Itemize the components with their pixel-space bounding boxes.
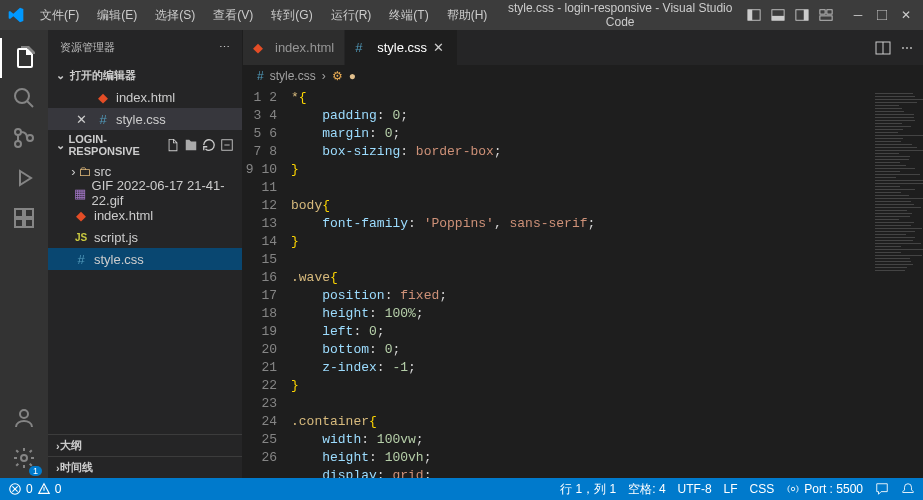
window-title: style.css - login-responsive - Visual St…	[495, 1, 745, 29]
extensions-icon[interactable]	[0, 198, 48, 238]
split-editor-icon[interactable]	[875, 40, 891, 56]
panel-bottom-icon[interactable]	[769, 6, 787, 24]
editor-tab[interactable]: ◆index.html	[243, 30, 345, 65]
new-folder-icon[interactable]	[184, 138, 198, 152]
close-icon[interactable]: ✕	[433, 40, 447, 55]
account-icon[interactable]	[0, 398, 48, 438]
menu-item[interactable]: 选择(S)	[147, 3, 203, 28]
project-section[interactable]: ⌄ LOGIN-RESPONSIVE	[48, 130, 242, 160]
file-icon: JS	[72, 232, 90, 243]
modified-indicator: ●	[349, 69, 356, 83]
svg-point-19	[20, 410, 28, 418]
open-editors-section[interactable]: ⌄ 打开的编辑器	[48, 65, 242, 86]
editor-tabs: ◆index.html#style.css✕ ⋯	[243, 30, 923, 65]
open-editor-item[interactable]: ✕#style.css	[48, 108, 242, 130]
menu-item[interactable]: 查看(V)	[205, 3, 261, 28]
editor-area: ◆index.html#style.css✕ ⋯ # style.css › ⚙…	[243, 30, 923, 478]
editor-tab[interactable]: #style.css✕	[345, 30, 458, 65]
debug-icon[interactable]	[0, 158, 48, 198]
menu-item[interactable]: 终端(T)	[381, 3, 436, 28]
indentation[interactable]: 空格: 4	[628, 481, 665, 498]
minimize-icon[interactable]: ─	[849, 6, 867, 24]
svg-point-29	[792, 487, 796, 491]
more-icon[interactable]: ⋯	[901, 41, 913, 55]
symbol-icon: ⚙	[332, 69, 343, 83]
file-tree-item[interactable]: #style.css	[48, 248, 242, 270]
menu-item[interactable]: 转到(G)	[263, 3, 320, 28]
svg-point-10	[15, 89, 29, 103]
file-icon: ▦	[72, 186, 88, 201]
search-icon[interactable]	[0, 78, 48, 118]
open-editors-label: 打开的编辑器	[70, 68, 136, 83]
svg-point-12	[15, 129, 21, 135]
minimap[interactable]	[868, 87, 923, 478]
menu-item[interactable]: 运行(R)	[323, 3, 380, 28]
project-label: LOGIN-RESPONSIVE	[68, 133, 166, 157]
errors-item[interactable]: 0 0	[8, 482, 61, 496]
file-icon: ◆	[72, 208, 90, 223]
outline-section[interactable]: › 大纲	[48, 434, 242, 456]
svg-point-20	[21, 455, 27, 461]
open-editor-item[interactable]: ◆index.html	[48, 86, 242, 108]
cursor-position[interactable]: 行 1，列 1	[560, 481, 616, 498]
eol[interactable]: LF	[724, 482, 738, 496]
file-name: style.css	[94, 252, 144, 267]
svg-rect-9	[877, 10, 887, 20]
file-tree-item[interactable]: ▦GIF 2022-06-17 21-41-22.gif	[48, 182, 242, 204]
code-content[interactable]: *{ padding: 0; margin: 0; box-sizing: bo…	[291, 87, 868, 478]
svg-rect-17	[15, 219, 23, 227]
notifications-icon[interactable]	[901, 482, 915, 496]
svg-rect-8	[820, 16, 832, 20]
svg-point-13	[15, 141, 21, 147]
source-control-icon[interactable]	[0, 118, 48, 158]
file-name: script.js	[94, 230, 138, 245]
file-name: GIF 2022-06-17 21-41-22.gif	[92, 178, 234, 208]
file-name: style.css	[116, 112, 166, 127]
explorer-icon[interactable]	[0, 38, 48, 78]
menu-item[interactable]: 文件(F)	[32, 3, 87, 28]
svg-rect-1	[748, 10, 752, 21]
language-mode[interactable]: CSS	[750, 482, 775, 496]
timeline-section[interactable]: › 时间线	[48, 456, 242, 478]
file-icon: ›🗀	[72, 164, 90, 179]
close-icon[interactable]: ✕	[76, 112, 92, 127]
collapse-icon[interactable]	[220, 138, 234, 152]
svg-line-11	[27, 101, 33, 107]
file-tree-item[interactable]: JSscript.js	[48, 226, 242, 248]
layout-controls: ─ ✕	[745, 6, 915, 24]
new-file-icon[interactable]	[166, 138, 180, 152]
file-name: index.html	[94, 208, 153, 223]
layout-icon[interactable]	[817, 6, 835, 24]
chevron-down-icon: ⌄	[56, 139, 68, 152]
svg-rect-7	[827, 10, 832, 14]
encoding[interactable]: UTF-8	[678, 482, 712, 496]
main-menu: 文件(F)编辑(E)选择(S)查看(V)转到(G)运行(R)终端(T)帮助(H)	[32, 3, 495, 28]
menu-item[interactable]: 编辑(E)	[89, 3, 145, 28]
svg-rect-18	[25, 219, 33, 227]
sidebar-title: 资源管理器	[60, 40, 115, 55]
editor-body[interactable]: 1 2 3 4 5 6 7 8 9 10 11 12 13 14 15 16 1…	[243, 87, 923, 478]
titlebar: 文件(F)编辑(E)选择(S)查看(V)转到(G)运行(R)终端(T)帮助(H)…	[0, 0, 923, 30]
live-server-port[interactable]: Port : 5500	[786, 482, 863, 496]
svg-rect-5	[804, 10, 808, 21]
vscode-logo-icon	[8, 7, 24, 23]
outline-label: 大纲	[60, 438, 82, 453]
svg-rect-3	[772, 16, 784, 20]
file-name: src	[94, 164, 111, 179]
timeline-label: 时间线	[60, 460, 93, 475]
more-icon[interactable]: ⋯	[219, 41, 230, 54]
refresh-icon[interactable]	[202, 138, 216, 152]
line-numbers: 1 2 3 4 5 6 7 8 9 10 11 12 13 14 15 16 1…	[243, 87, 291, 478]
panel-right-icon[interactable]	[793, 6, 811, 24]
breadcrumb[interactable]: # style.css › ⚙ ●	[243, 65, 923, 87]
explorer-sidebar: 资源管理器 ⋯ ⌄ 打开的编辑器 ◆index.html✕#style.css …	[48, 30, 243, 478]
chevron-down-icon: ⌄	[56, 69, 70, 82]
menu-item[interactable]: 帮助(H)	[439, 3, 496, 28]
maximize-icon[interactable]	[873, 6, 891, 24]
status-bar: 0 0 行 1，列 1 空格: 4 UTF-8 LF CSS Port : 55…	[0, 478, 923, 500]
file-icon: ◆	[253, 40, 269, 55]
feedback-icon[interactable]	[875, 482, 889, 496]
settings-icon[interactable]: 1	[0, 438, 48, 478]
close-icon[interactable]: ✕	[897, 6, 915, 24]
panel-left-icon[interactable]	[745, 6, 763, 24]
